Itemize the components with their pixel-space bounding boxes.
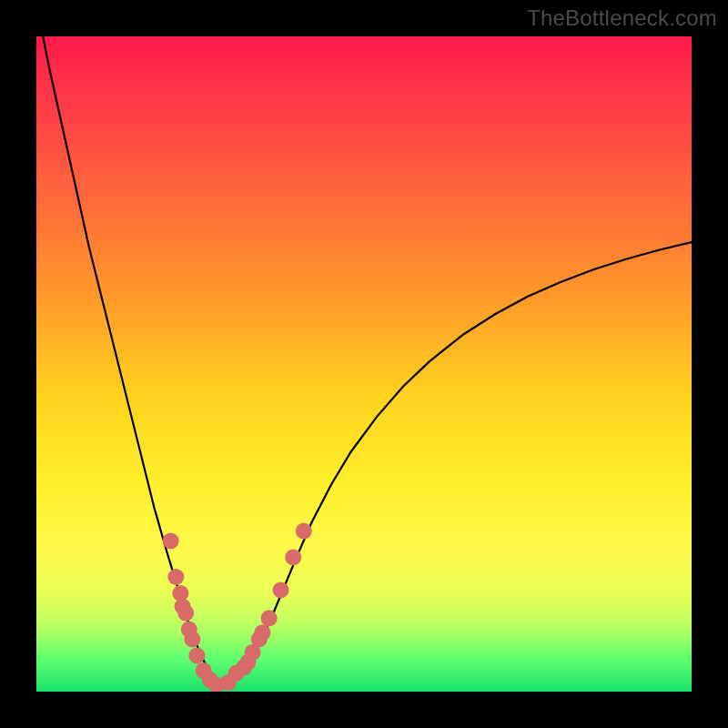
data-dot [261, 610, 278, 626]
frame-right [692, 0, 728, 728]
data-dot [273, 581, 289, 598]
data-dot [285, 549, 301, 565]
data-dot [184, 631, 200, 647]
data-dot [167, 569, 184, 585]
plot-area [36, 36, 692, 692]
watermark-text: TheBottleneck.com [527, 5, 717, 31]
data-dot [177, 605, 194, 622]
data-dot [296, 523, 312, 540]
chart-stage: TheBottleneck.com [0, 0, 728, 728]
frame-left [0, 0, 36, 728]
curve-dots [163, 523, 312, 693]
chart-svg [36, 36, 692, 692]
data-dot [163, 532, 179, 549]
data-dot [188, 647, 205, 663]
data-dot [254, 624, 270, 641]
frame-bottom [0, 692, 728, 728]
bottleneck-curve [36, 4, 692, 685]
